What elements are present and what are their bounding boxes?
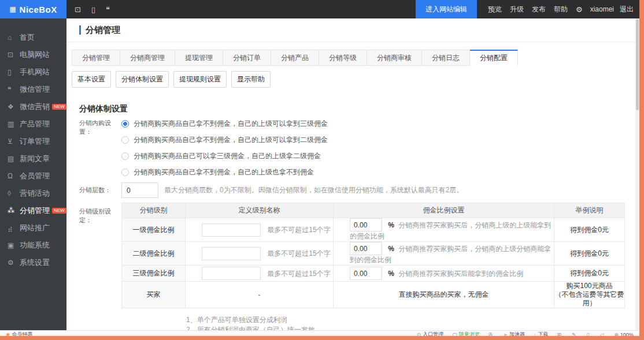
level-label-cell: 二级佣金比例 [122, 242, 186, 266]
name-length-hint: 最多不可超过15个字 [267, 249, 330, 257]
level-label-cell: 一级佣金比例 [122, 218, 186, 242]
divider [66, 42, 635, 42]
layers-label: 分销层数： [79, 186, 121, 195]
radio-icon[interactable] [121, 136, 129, 144]
tab-4[interactable]: 分销产品 [271, 50, 319, 66]
order-manage-icon: ⊻ [8, 137, 17, 145]
section-heading-system: 分销体制设置 [79, 104, 635, 114]
statusbar-item-7[interactable]: ▯ [587, 331, 591, 336]
tab-1[interactable]: 分销商管理 [120, 50, 175, 66]
statusbar-item-2[interactable]: ✇ [488, 331, 495, 336]
sidebar-item-home[interactable]: ⌂ 首页 [0, 29, 66, 46]
radio-icon[interactable] [121, 120, 129, 128]
tab-2[interactable]: 提现管理 [175, 50, 223, 66]
mobile-preview-icon[interactable]: ▯ [91, 5, 95, 14]
brand-logo-text: NiceBoX [20, 5, 57, 14]
tab-8[interactable]: 分销配置 [470, 50, 518, 66]
commission-rate-input[interactable] [350, 218, 382, 231]
tab-6[interactable]: 分销商审核 [367, 50, 422, 66]
enter-site-edit-button[interactable]: 进入网站编辑 [416, 0, 477, 18]
message-icon[interactable]: ❝ [106, 5, 110, 14]
statusbar-member-offer-label: 会员特惠 [12, 331, 33, 336]
sidebar-item-desktop-site[interactable]: ⊡ 电脑网站 [0, 46, 66, 63]
sidebar-item-function-system[interactable]: ▣ 功能系统 [0, 237, 66, 254]
layers-row: 分销层数： 最大分销商层数，0为不限制。因微信分销限制，如在微信使用分销功能，系… [79, 182, 635, 198]
tab-0[interactable]: 分销管理 [72, 50, 120, 66]
example-cell: 得到佣金0元 [554, 266, 625, 282]
tab-5[interactable]: 分销等级 [319, 50, 367, 66]
radio-icon[interactable] [121, 169, 129, 176]
col-header-example: 举例说明 [554, 203, 625, 218]
desktop-site-icon: ⊡ [8, 51, 17, 59]
statusbar-item-8[interactable]: ◁ [600, 331, 606, 336]
note-1: 1、单个产品可单独设置分成利润 [186, 315, 635, 325]
sidebar-item-system-settings[interactable]: ⚙ 系统设置 [0, 254, 66, 271]
tab-3[interactable]: 分销订单 [223, 50, 271, 66]
subtab-1[interactable]: 分销体制设置 [116, 71, 169, 88]
level-name-input[interactable] [202, 223, 261, 237]
function-system-icon: ▣ [8, 241, 17, 249]
name-length-hint: 最多不可超过15个字 [267, 226, 330, 234]
topbar-menu-item-2[interactable]: 发布 [532, 5, 546, 14]
buyer-level-label: 买家 [122, 282, 186, 308]
radio-option[interactable]: 分销商购买商品自己拿不到佣金，自己的上级也拿不到佣金 [121, 164, 328, 180]
logout-button[interactable]: 退出 [620, 5, 634, 14]
mobile-site-icon: ▯ [8, 68, 17, 76]
tab-7[interactable]: 分销日志 [422, 50, 470, 66]
sidebar-item-order-manage[interactable]: ⊻ 订单管理 [0, 133, 66, 150]
topbar-menu-item-3[interactable]: 帮助 [554, 5, 568, 14]
levels-row: 分销级别设定： 分销级别 定义级别名称 佣金比例设置 举例说明 一级佣金比例 最… [79, 203, 635, 308]
sidebar-item-distribution-manage[interactable]: ⁂ 分销管理 NEW [0, 202, 66, 219]
sidebar-item-member-manage[interactable]: Ω 会员管理 [0, 167, 66, 185]
subtab-2[interactable]: 提现规则设置 [173, 71, 227, 88]
buyer-example-line2: （不包含运费等其它费用） [554, 290, 624, 308]
level-name-input[interactable] [202, 247, 261, 260]
topbar-menu-item-0[interactable]: 预览 [488, 5, 502, 14]
subtab-3[interactable]: 显示帮助 [231, 71, 271, 88]
title-accent-bar [79, 25, 81, 35]
sidebar-item-product-manage[interactable]: ▥ 产品管理 [0, 115, 66, 133]
app-grid-icon[interactable]: ▦ [9, 6, 16, 13]
radio-option[interactable]: 分销商购买商品自己可以拿三级佣金，自己的上级拿二级佣金 [121, 148, 328, 164]
statusbar-icon: ⊕ [614, 332, 619, 337]
statusbar-item-0[interactable]: ⊙ 入口管理 [417, 331, 444, 336]
sidebar-item-site-promotion[interactable]: ⣴ 网站推广 [0, 219, 66, 237]
desktop-preview-icon[interactable]: ⊡ [75, 5, 81, 14]
distribution-manage-icon: ⁂ [8, 207, 17, 215]
statusbar-member-offer[interactable]: ❀ 会员特惠 [6, 331, 33, 336]
buyer-name-cell: - [186, 282, 334, 308]
topbar-right: 进入网站编辑 预览升级发布帮助 ⚙ xiaomei 退出 [416, 0, 639, 18]
statusbar-item-3[interactable]: ➣ 加速器 [503, 331, 525, 336]
commission-level-row: 三级佣金比例 最多不可超过15个字 % 分销商推荐买家购买后能拿到的佣金比例 得… [122, 266, 625, 282]
sidebar-item-wechat-marketing[interactable]: ❖ 微信营销 NEW [0, 98, 66, 115]
statusbar-item-5[interactable]: ⊞ [557, 331, 563, 336]
statusbar-item-9[interactable]: ⊕ 100% [614, 331, 634, 336]
sidebar-item-news-article[interactable]: ▤ 新闻文章 [0, 150, 66, 167]
radio-option[interactable]: 分销商购买商品自己拿不到佣金，自己的上级可以拿到三级佣金 [121, 115, 328, 132]
sidebar-item-marketing-activity[interactable]: ◊ 营销活动 [0, 185, 66, 202]
scrollbar[interactable] [635, 18, 639, 330]
wechat-marketing-icon: ❖ [8, 103, 17, 111]
statusbar-item-6[interactable]: ✎ [572, 331, 578, 336]
level-name-input[interactable] [202, 267, 261, 280]
username-label[interactable]: xiaomei [590, 5, 614, 13]
topbar-menu-item-1[interactable]: 升级 [510, 5, 524, 14]
radio-option[interactable]: 分销商购买商品自己拿不到佣金，自己的上级可以拿到二级佣金 [121, 132, 328, 148]
statusbar-item-4[interactable]: ↓ 下载 [534, 331, 549, 336]
statusbar-right: ⊙ 入口管理 ▢ 随意浏览 ✇ ➣ 加速器 ↓ 下载 ⊞ ✎ ▯ ◁ ⊕ 100… [417, 331, 634, 336]
tab-bar: 分销管理分销商管理提现管理分销订单分销产品分销等级分销商审核分销日志分销配置 [72, 50, 635, 66]
statusbar-item-1[interactable]: ▢ 随意浏览 [452, 331, 480, 336]
subtab-0[interactable]: 基本设置 [72, 71, 111, 88]
gear-icon[interactable]: ⚙ [576, 5, 583, 14]
commission-rate-input[interactable] [350, 242, 382, 255]
commission-rate-input[interactable] [350, 267, 382, 280]
sidebar-item-wechat-manage[interactable]: ❝ 微信管理 [0, 81, 66, 98]
layers-input[interactable] [121, 182, 158, 198]
sidebar-item-mobile-site[interactable]: ▯ 手机网站 [0, 63, 66, 81]
logo[interactable]: ▦ NiceBoX [0, 0, 66, 18]
system-settings-icon: ⚙ [8, 259, 17, 267]
percent-symbol: % [388, 221, 394, 229]
radio-icon[interactable] [121, 152, 129, 160]
scrollbar-thumb[interactable] [636, 19, 639, 110]
page-title-row: 分销管理 [66, 18, 635, 42]
